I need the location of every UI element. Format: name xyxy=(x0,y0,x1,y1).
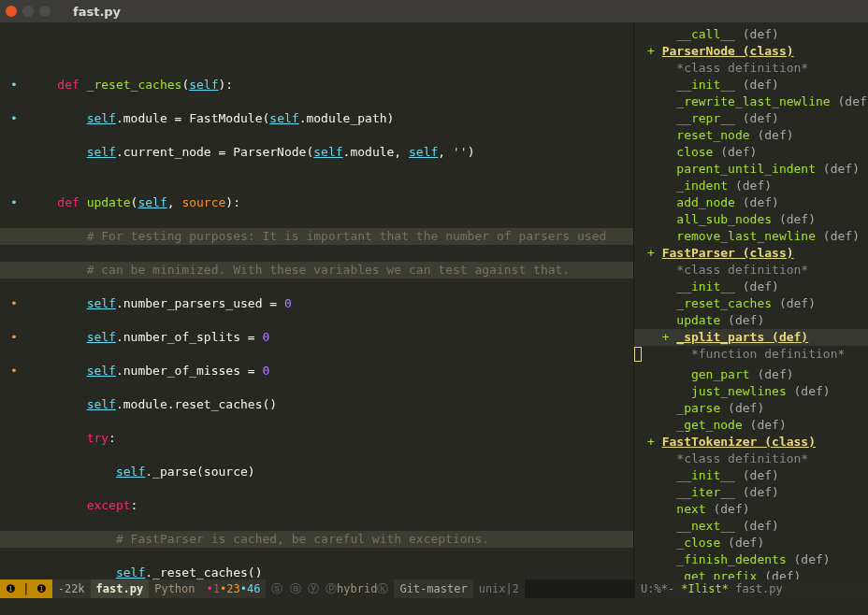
modeline-major-mode: Python xyxy=(149,579,200,598)
workspace: • def _reset_caches(self): • self.module… xyxy=(0,22,868,579)
modeline-filename: fast.py xyxy=(91,579,150,598)
editor-pane[interactable]: • def _reset_caches(self): • self.module… xyxy=(0,22,634,579)
outline-item[interactable]: just_newlines (def) xyxy=(634,383,868,400)
outline-item[interactable]: __init__ (def) xyxy=(634,77,868,93)
outline-item[interactable]: add_node (def) xyxy=(634,194,868,211)
outline-item[interactable]: + FastParser (class) xyxy=(634,245,868,262)
outline-item[interactable]: close (def) xyxy=(634,144,868,161)
window-controls xyxy=(6,6,51,17)
outline-item[interactable]: _get_prefix (def) xyxy=(634,568,868,579)
outline-item[interactable]: all_sub_nodes (def) xyxy=(634,211,868,228)
minimize-icon[interactable] xyxy=(22,6,34,17)
outline-item[interactable]: __call__ (def) xyxy=(634,26,868,43)
outline-item[interactable]: _rewrite_last_newline (def) xyxy=(634,93,868,110)
modeline-warn: ❶ | ❶ xyxy=(0,579,52,598)
outline-body[interactable]: __call__ (def)+ ParserNode (class) *clas… xyxy=(634,22,868,579)
outline-item[interactable]: parent_until_indent (def) xyxy=(634,161,868,178)
outline-item[interactable]: _finish_dedents (def) xyxy=(634,551,868,568)
outline-item[interactable]: remove_last_newline (def) xyxy=(634,228,868,245)
modeline-left: ❶ | ❶ - 22k fast.py Python •1 •23 •46 ⓢ … xyxy=(0,579,634,598)
titlebar: fast.py xyxy=(0,0,868,22)
outline-item[interactable]: *class definition* xyxy=(634,262,868,279)
modeline-right: U:%*- *Ilist* fast.py xyxy=(634,579,868,598)
modeline-flycheck: •1 •23 •46 xyxy=(201,579,267,598)
code-area[interactable]: • def _reset_caches(self): • self.module… xyxy=(0,22,633,579)
outline-item[interactable]: gen_part (def) xyxy=(634,366,868,383)
window-title: fast.py xyxy=(73,5,121,19)
outline-item[interactable]: _close (def) xyxy=(634,535,868,551)
echo-area xyxy=(0,598,868,615)
outline-item[interactable]: *class definition* xyxy=(634,451,868,467)
outline-item[interactable]: _indent (def) xyxy=(634,178,868,194)
outline-item[interactable]: __repr__ (def) xyxy=(634,110,868,127)
outline-item[interactable]: *class definition* xyxy=(634,60,868,77)
modeline-minor: ⓢ ⓐ ⓨ ⓟ hybrid ⓚ xyxy=(266,579,394,598)
outline-item[interactable]: reset_node (def) xyxy=(634,127,868,144)
outline-item[interactable]: _parse (def) xyxy=(634,400,868,417)
modeline-encoding: unix | 2 xyxy=(473,579,525,598)
outline-item[interactable]: + FastTokenizer (class) xyxy=(634,434,868,451)
modeline-row: ❶ | ❶ - 22k fast.py Python •1 •23 •46 ⓢ … xyxy=(0,579,868,598)
outline-item[interactable]: _reset_caches (def) xyxy=(634,295,868,312)
outline-item[interactable]: + _split_parts (def) xyxy=(634,329,868,346)
close-icon[interactable] xyxy=(6,6,17,17)
outline-item[interactable]: __init__ (def) xyxy=(634,279,868,295)
maximize-icon[interactable] xyxy=(39,6,51,17)
outline-item[interactable]: __init__ (def) xyxy=(634,467,868,484)
outline-item[interactable]: __iter__ (def) xyxy=(634,484,868,501)
outline-item[interactable]: __next__ (def) xyxy=(634,518,868,535)
outline-pane[interactable]: __call__ (def)+ ParserNode (class) *clas… xyxy=(634,22,868,579)
outline-item[interactable]: *function definition* xyxy=(634,346,868,366)
modeline-dash: - 22k xyxy=(52,579,91,598)
modeline-vc: Git-master xyxy=(394,579,472,598)
outline-item[interactable]: update (def) xyxy=(634,312,868,329)
outline-item[interactable]: _get_node (def) xyxy=(634,417,868,434)
outline-item[interactable]: next (def) xyxy=(634,501,868,518)
outline-item[interactable]: + ParserNode (class) xyxy=(634,43,868,60)
